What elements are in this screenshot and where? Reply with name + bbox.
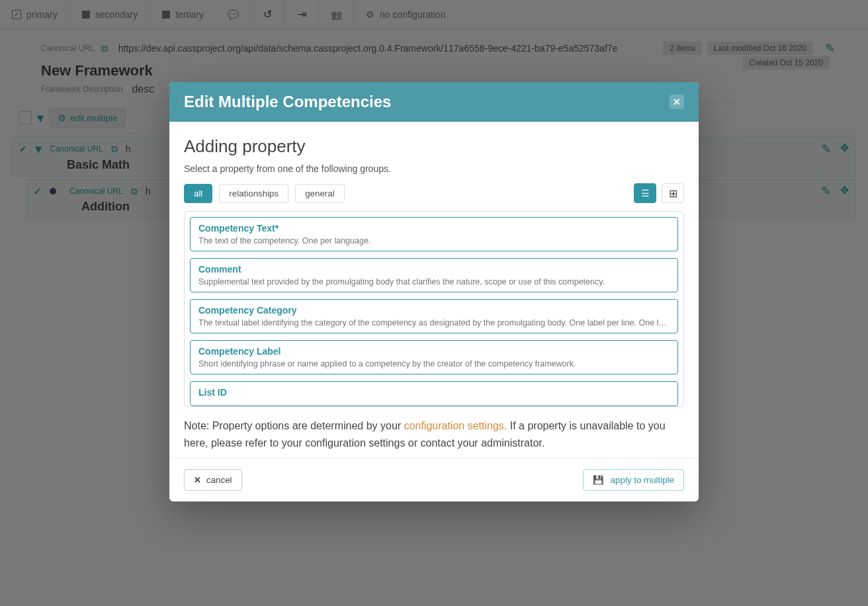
property-card[interactable]: Competency Category The textual label id… (190, 299, 678, 333)
configuration-settings-link[interactable]: configuration settings. (404, 420, 507, 431)
tabs-row: all relationships general (184, 183, 684, 203)
note-prefix: Note: Property options are determined by… (184, 420, 404, 431)
property-card[interactable]: List ID (190, 381, 678, 406)
tab-general[interactable]: general (295, 184, 344, 203)
list-icon (641, 188, 650, 198)
grid-icon (669, 187, 677, 200)
tab-all[interactable]: all (184, 184, 212, 203)
property-card[interactable]: Comment Supplemental text provided by th… (190, 258, 678, 292)
property-desc: The textual label identifying the catego… (198, 318, 670, 327)
cancel-label: cancel (206, 475, 232, 485)
property-title: Competency Text* (198, 223, 670, 234)
modal-body: Adding property Select a property from o… (169, 122, 699, 458)
property-title: Comment (198, 264, 670, 275)
property-title: Competency Category (198, 305, 670, 316)
property-desc: Supplemental text provided by the promul… (198, 277, 670, 286)
cancel-button[interactable]: cancel (184, 469, 242, 491)
modal-title: Edit Multiple Competencies (184, 93, 391, 111)
modal-footer: cancel apply to multiple (169, 458, 699, 501)
section-subtitle: Select a property from one of the follow… (184, 163, 684, 174)
close-icon (194, 475, 201, 485)
grid-view-button[interactable] (662, 183, 684, 203)
property-desc: The text of the competency. One per lang… (198, 236, 670, 245)
apply-label: apply to multiple (611, 475, 674, 485)
edit-multiple-modal: Edit Multiple Competencies ✕ Adding prop… (169, 82, 699, 501)
save-icon (593, 475, 605, 485)
property-card[interactable]: Competency Label Short identifying phras… (190, 340, 678, 374)
note-text: Note: Property options are determined by… (184, 417, 684, 451)
view-toggles (634, 183, 684, 203)
property-title: List ID (198, 387, 670, 398)
modal-overlay: Edit Multiple Competencies ✕ Adding prop… (0, 0, 868, 606)
apply-to-multiple-button[interactable]: apply to multiple (583, 469, 684, 491)
property-card[interactable]: Competency Text* The text of the compete… (190, 217, 678, 251)
tab-relationships[interactable]: relationships (219, 184, 288, 203)
property-list[interactable]: Competency Text* The text of the compete… (184, 211, 684, 407)
list-view-button[interactable] (634, 183, 656, 203)
property-title: Competency Label (198, 346, 670, 357)
close-button[interactable]: ✕ (670, 95, 684, 109)
property-desc: Short identifying phrase or name applied… (198, 359, 670, 368)
section-title: Adding property (184, 136, 684, 157)
modal-header: Edit Multiple Competencies ✕ (169, 82, 699, 122)
